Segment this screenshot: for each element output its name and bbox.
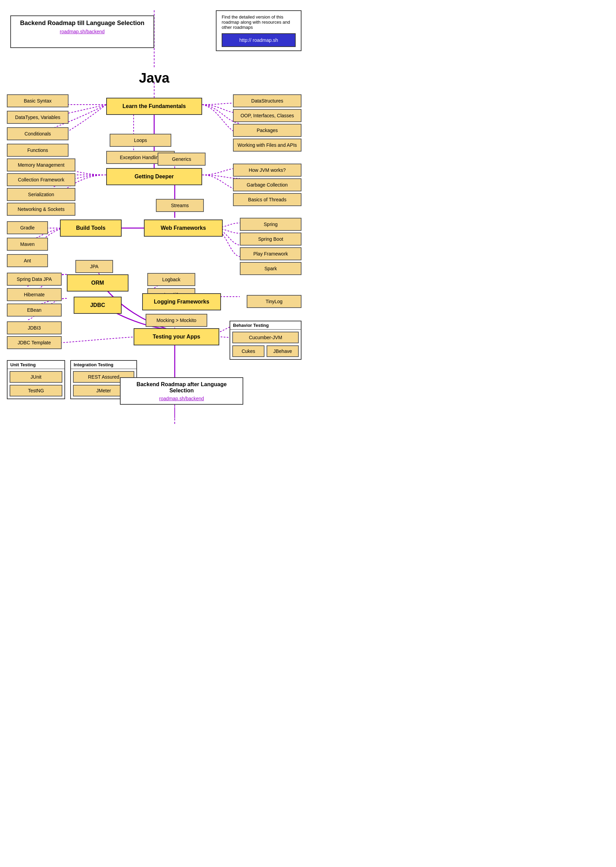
learn-fundamentals-node: Learn the Fundamentals [106,98,202,115]
header-title: Backend Roadmap till Language Selection [16,19,148,27]
backend-after-box: Backend Roadmap after Language Selection… [120,377,243,405]
logging-frameworks-label: Logging Frameworks [154,299,209,305]
working-files-node: Working with Files and APIs [233,139,302,151]
data-structures-node: DataStructures [233,94,302,107]
orm-node: ORM [67,274,129,292]
java-title: Java [0,70,308,86]
logback-node: Logback [147,273,195,286]
integration-testing-title: Integration Testing [71,361,136,369]
conditionals-node: Conditionals [7,127,69,140]
url-button[interactable]: http:// roadmap.sh [222,33,295,47]
spring-boot-node: Spring Boot [240,233,302,246]
streams-node: Streams [156,199,204,212]
hibernate-node: Hibernate [7,288,62,301]
datatypes-node: DataTypes, Variables [7,111,69,124]
web-frameworks-label: Web Frameworks [161,225,206,231]
basics-threads-node: Basics of Threads [233,193,302,206]
jdbc-label: JDBC [90,302,105,308]
testng-node: TestNG [9,385,62,396]
basic-syntax-node: Basic Syntax [7,94,69,107]
maven-node: Maven [7,238,48,251]
header-link[interactable]: roadmap.sh/backend [16,29,148,34]
play-framework-node: Play Framework [240,247,302,260]
memory-management-node: Memory Management [7,158,75,172]
mocking-node: Mocking > Mockito [146,314,207,327]
testing-node: Testing your Apps [134,328,219,345]
generics-node: Generics [157,153,206,166]
networking-node: Networking & Sockets [7,203,75,216]
jpa-node: JPA [75,260,113,273]
unit-testing-title: Unit Testing [8,361,64,369]
functions-node: Functions [7,144,69,157]
unit-testing-group: Unit Testing JUnit TestNG [7,360,65,399]
junit-node: JUnit [9,371,62,383]
how-jvm-node: How JVM works? [233,164,302,177]
backend-after-link[interactable]: roadmap.sh/backend [126,396,237,401]
getting-deeper-node: Getting Deeper [106,168,202,185]
collection-framework-node: Collection Framework [7,173,75,186]
learn-fundamentals-label: Learn the Fundamentals [123,103,186,109]
cucumber-jvm-node: Cucumber-JVM [232,332,299,343]
info-box: Find the detailed version of this roadma… [216,10,302,51]
spring-data-jpa-node: Spring Data JPA [7,273,62,286]
jdbc-node: JDBC [74,297,122,314]
spark-node: Spark [240,262,302,275]
garbage-collection-node: Garbage Collection [233,178,302,191]
jdbi3-node: JDBI3 [7,322,62,334]
orm-label: ORM [91,280,104,286]
jbehave-node: JBehave [267,345,299,357]
behavior-testing-group: Behavior Testing Cucumber-JVM Cukes JBeh… [229,321,302,360]
build-tools-node: Build Tools [60,219,122,236]
jdbc-template-node: JDBC Template [7,336,62,349]
header-title-box: Backend Roadmap till Language Selection … [10,16,154,48]
info-text: Find the detailed version of this roadma… [222,14,295,30]
tinylog-node: TinyLog [247,295,302,308]
packages-node: Packages [233,124,302,137]
cukes-node: Cukes [232,345,264,357]
serialization-node: Serialization [7,188,75,201]
url-button-label: http:// roadmap.sh [239,37,278,43]
build-tools-label: Build Tools [76,225,105,231]
gradle-node: Gradle [7,221,48,234]
getting-deeper-label: Getting Deeper [135,173,174,180]
testing-label: Testing your Apps [153,334,200,340]
behavior-testing-title: Behavior Testing [230,322,301,329]
loops-node: Loops [110,134,171,147]
backend-after-title: Backend Roadmap after Language Selection [126,381,237,394]
ebean-node: EBean [7,304,62,317]
logging-frameworks-node: Logging Frameworks [142,293,221,311]
ant-node: Ant [7,254,48,267]
oop-node: OOP, Interfaces, Classes [233,109,302,122]
spring-node: Spring [240,218,302,231]
web-frameworks-node: Web Frameworks [144,219,223,236]
